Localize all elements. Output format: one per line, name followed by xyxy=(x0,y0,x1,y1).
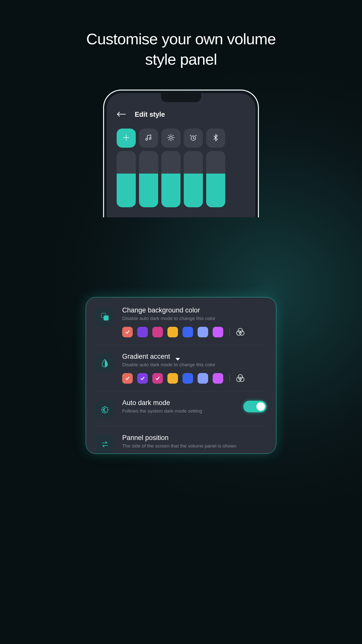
swap-icon xyxy=(96,435,114,454)
color-swatch-row xyxy=(122,373,266,384)
setting-gradient-accent: Gradient accent Disable auto dark mode t… xyxy=(96,353,266,391)
volume-slider[interactable] xyxy=(161,151,180,207)
phone-screen: Edit style xyxy=(107,93,255,217)
volume-slider[interactable] xyxy=(139,151,158,207)
app-title: Edit style xyxy=(135,111,165,118)
setting-background-color: Change background color Disable auto dar… xyxy=(96,306,266,345)
alarm-icon xyxy=(190,134,197,142)
color-swatch[interactable] xyxy=(213,373,223,384)
color-swatch[interactable] xyxy=(152,373,163,384)
svg-point-11 xyxy=(240,377,244,382)
swatch-divider xyxy=(229,375,230,382)
color-picker-icon[interactable] xyxy=(236,374,245,383)
tile-music[interactable] xyxy=(139,129,158,148)
color-swatch[interactable] xyxy=(152,327,163,337)
headline: Customise your own volume style panel xyxy=(77,29,285,69)
setting-desc: Disable auto dark mode to change this co… xyxy=(122,316,266,321)
svg-point-2 xyxy=(170,136,172,139)
chevron-down-icon[interactable] xyxy=(175,355,180,358)
brightness-icon xyxy=(167,134,175,142)
setting-desc: Follows the system dark mode setting xyxy=(122,408,235,414)
setting-title-text: Gradient accent xyxy=(122,353,170,360)
layers-icon xyxy=(96,307,114,326)
volume-sliders xyxy=(117,151,245,207)
back-icon[interactable] xyxy=(117,111,126,118)
droplet-icon xyxy=(96,354,114,372)
color-swatch[interactable] xyxy=(213,327,223,337)
tile-add[interactable] xyxy=(117,129,136,148)
toggle-knob xyxy=(256,402,265,411)
color-swatch[interactable] xyxy=(122,327,133,337)
tile-alarm[interactable] xyxy=(184,129,203,148)
color-swatch-row xyxy=(122,327,266,337)
setting-panel-position: Pannel position The side of the screen t… xyxy=(96,434,266,454)
svg-rect-5 xyxy=(104,316,108,320)
color-swatch[interactable] xyxy=(167,327,178,337)
dark-mode-icon xyxy=(96,400,114,419)
dark-mode-toggle[interactable] xyxy=(243,401,266,412)
phone-frame: Edit style xyxy=(103,90,259,217)
plus-icon xyxy=(122,134,130,142)
toggle-tile-row xyxy=(117,129,245,148)
setting-title: Change background color xyxy=(122,306,266,314)
color-swatch[interactable] xyxy=(183,327,193,337)
phone-notch xyxy=(161,93,201,102)
color-swatch[interactable] xyxy=(183,373,193,384)
tile-brightness[interactable] xyxy=(161,129,180,148)
color-swatch[interactable] xyxy=(137,327,148,337)
setting-desc: Disable auto dark mode to change this co… xyxy=(122,362,266,368)
color-picker-icon[interactable] xyxy=(236,328,245,337)
color-swatch[interactable] xyxy=(167,373,178,384)
settings-panel: Change background color Disable auto dar… xyxy=(86,297,276,454)
tile-bluetooth[interactable] xyxy=(206,129,225,148)
volume-slider[interactable] xyxy=(184,151,203,207)
svg-point-9 xyxy=(238,375,243,379)
setting-title: Pannel position xyxy=(122,434,266,442)
setting-auto-dark-mode: Auto dark mode Follows the system dark m… xyxy=(96,399,266,426)
swatch-divider xyxy=(229,328,230,336)
volume-slider[interactable] xyxy=(117,151,136,207)
volume-slider[interactable] xyxy=(206,151,225,207)
app-header: Edit style xyxy=(117,111,245,118)
color-swatch[interactable] xyxy=(137,373,148,384)
music-icon xyxy=(145,134,152,142)
svg-point-6 xyxy=(238,328,243,333)
bluetooth-icon xyxy=(212,134,219,142)
setting-desc: The side of the screen that the volume p… xyxy=(122,443,266,449)
color-swatch[interactable] xyxy=(122,373,133,384)
svg-point-8 xyxy=(240,331,244,335)
setting-title: Gradient accent xyxy=(122,353,266,360)
color-swatch[interactable] xyxy=(198,327,208,337)
setting-title: Auto dark mode xyxy=(122,399,235,407)
color-swatch[interactable] xyxy=(198,373,208,384)
